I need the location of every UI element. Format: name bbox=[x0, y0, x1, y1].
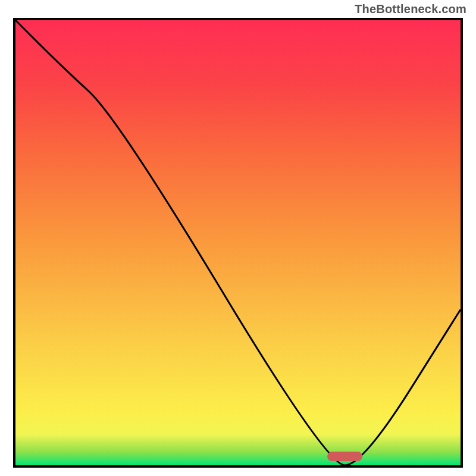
optimal-range-marker bbox=[327, 452, 363, 461]
watermark-label: TheBottleneck.com bbox=[355, 2, 466, 16]
chart-container: TheBottleneck.com bbox=[0, 0, 476, 476]
plot-area bbox=[13, 18, 463, 468]
bottleneck-curve bbox=[15, 20, 461, 465]
